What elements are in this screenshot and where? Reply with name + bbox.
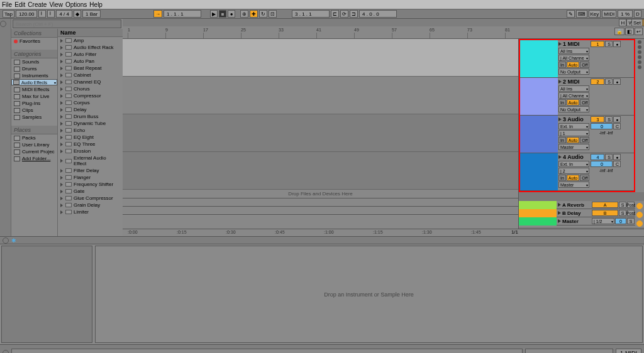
metronome-button[interactable]: ◆ xyxy=(74,10,81,18)
effect-amp[interactable]: Amp xyxy=(58,37,123,44)
category-samples[interactable]: Samples xyxy=(11,114,57,121)
status-icon[interactable] xyxy=(3,350,9,354)
io-toggle-2[interactable] xyxy=(636,212,643,218)
place-packs[interactable]: Packs xyxy=(11,134,57,141)
input-channel-select[interactable]: | 2 xyxy=(558,168,589,174)
category-drums[interactable]: Drums xyxy=(11,65,57,72)
effect-audio-effect-rack[interactable]: Audio Effect Rack xyxy=(58,44,123,51)
category-max-for-live[interactable]: Max for Live xyxy=(11,93,57,100)
automation-arm-button[interactable]: ✚ xyxy=(250,10,258,18)
track-fold-icon[interactable] xyxy=(558,117,562,121)
menu-edit[interactable]: Edit xyxy=(14,1,25,8)
output-select[interactable]: Master xyxy=(558,182,589,188)
arm-button[interactable]: ● xyxy=(613,79,621,85)
arm-button[interactable]: ● xyxy=(613,154,621,160)
overdub-button[interactable]: ⊕ xyxy=(240,10,248,18)
effect-auto-filter[interactable]: Auto Filter xyxy=(58,51,123,58)
category-plug-ins[interactable]: Plug-Ins xyxy=(11,100,57,107)
back-icon[interactable]: ↩ xyxy=(635,28,643,35)
effect-dynamic-tube[interactable]: Dynamic Tube xyxy=(58,120,123,127)
effect-flanger[interactable]: Flanger xyxy=(58,174,123,181)
effect-echo[interactable]: Echo xyxy=(58,127,123,134)
record-button[interactable]: ● xyxy=(228,10,235,18)
input-type-select[interactable]: Ext. In xyxy=(558,161,589,167)
search-input[interactable] xyxy=(13,19,121,28)
input-type-select[interactable]: Ext. In xyxy=(558,123,589,129)
timeline[interactable]: Drop Files and Devices Here xyxy=(123,39,519,229)
monitor-auto[interactable]: Auto xyxy=(567,62,579,68)
menu-help[interactable]: Help xyxy=(89,1,103,8)
quantize-field[interactable]: 1 Bar xyxy=(82,10,101,18)
device-drop-area[interactable]: Drop an Instrument or Sample Here xyxy=(95,246,643,343)
monitor-off[interactable]: Off xyxy=(580,175,589,181)
loop-button[interactable]: ⟳ xyxy=(340,10,348,18)
timesig-field[interactable]: 4 / 4 xyxy=(56,10,72,18)
loop-start-field[interactable]: 3 . 1 . 1 xyxy=(292,10,330,18)
arm-button[interactable]: ● xyxy=(613,116,621,122)
place-user-library[interactable]: User Library xyxy=(11,141,57,148)
name-column-header[interactable]: Name xyxy=(58,29,123,37)
h-button[interactable]: H xyxy=(619,19,626,26)
punch-in-button[interactable]: ⊏ xyxy=(331,10,339,18)
return-a[interactable]: A ReverbASPost xyxy=(519,201,635,209)
effect-channel-eq[interactable]: Channel EQ xyxy=(58,79,123,85)
monitor-auto[interactable]: Auto xyxy=(567,175,579,181)
punch-out-button[interactable]: ⊐ xyxy=(350,10,358,18)
effect-drum-buss[interactable]: Drum Buss xyxy=(58,113,123,120)
category-instruments[interactable]: Instruments xyxy=(11,72,57,79)
track-activator[interactable]: 4 xyxy=(591,154,604,160)
track-activator[interactable]: 1 xyxy=(591,41,604,47)
track-fold-icon[interactable] xyxy=(558,155,562,159)
return-b[interactable]: B DelayBSPost xyxy=(519,209,635,217)
effect-external-audio-effect[interactable]: External Audio Effect xyxy=(58,155,123,167)
track-2-midi[interactable]: 2 MIDIAll Ins| All ChanneInAutoOffNo Out… xyxy=(520,78,634,116)
position-field[interactable]: 1 . 1 . 1 xyxy=(164,10,201,18)
effect-grain-delay[interactable]: Grain Delay xyxy=(58,202,123,209)
effect-filter-delay[interactable]: Filter Delay xyxy=(58,167,123,174)
marker-icon[interactable]: ◧ xyxy=(625,28,634,35)
input-channel-select[interactable]: | All Channe xyxy=(558,92,589,99)
play-button[interactable]: ▶ xyxy=(210,10,218,18)
track-1-midi[interactable]: 1 MIDIAll Ins| All ChanneInAutoOffNo Out… xyxy=(520,40,634,78)
timeline-ruler[interactable]: 19172533414957657381 xyxy=(123,26,644,39)
key-map-button[interactable]: Key xyxy=(589,10,601,18)
status-track-label[interactable]: 1-MIDI xyxy=(616,349,641,354)
tempo-field[interactable]: 120.00 xyxy=(16,10,37,18)
solo-button[interactable]: S xyxy=(605,116,613,122)
track-4-audio[interactable]: 4 AudioExt. In| 2InAutoOffMaster4S●0C-in… xyxy=(520,153,634,191)
follow-button[interactable]: → xyxy=(153,10,162,18)
output-select[interactable]: Master xyxy=(558,144,589,150)
place-current-projec[interactable]: Current Projec xyxy=(11,148,57,155)
monitor-in[interactable]: In xyxy=(558,99,566,106)
monitor-off[interactable]: Off xyxy=(580,137,589,143)
input-type-select[interactable]: All Ins xyxy=(558,48,589,54)
effect-cabinet[interactable]: Cabinet xyxy=(58,72,123,79)
menu-view[interactable]: View xyxy=(49,1,63,8)
set-button[interactable]: Set xyxy=(631,19,643,26)
track-activator[interactable]: 3 xyxy=(591,116,604,122)
nudge-up-button[interactable]: ⠇ xyxy=(47,10,55,18)
effect-frequency-shifter[interactable]: Frequency Shifter xyxy=(58,181,123,188)
effect-gate[interactable]: Gate xyxy=(58,188,123,195)
browser-collapse-icon[interactable] xyxy=(0,21,6,27)
monitor-auto[interactable]: Auto xyxy=(567,99,579,106)
category-audio-effects[interactable]: Audio Effects xyxy=(11,79,57,85)
solo-button[interactable]: S xyxy=(605,41,613,47)
input-channel-select[interactable]: | All Channe xyxy=(558,55,589,61)
stop-button[interactable]: ■ xyxy=(219,10,226,18)
category-midi-effects[interactable]: MIDI Effects xyxy=(11,86,57,93)
draw-button[interactable]: ✎ xyxy=(567,10,575,18)
place-add-folder-[interactable]: Add Folder... xyxy=(11,155,57,162)
effect-chorus[interactable]: Chorus xyxy=(58,85,123,92)
effect-compressor[interactable]: Compressor xyxy=(58,92,123,99)
favorites-item[interactable]: Favorites xyxy=(11,38,57,45)
menu-options[interactable]: Options xyxy=(65,1,87,8)
monitor-off[interactable]: Off xyxy=(580,62,589,68)
effect-glue-compressor[interactable]: Glue Compressor xyxy=(58,195,123,202)
track-3-audio[interactable]: 3 AudioExt. In| 1InAutoOffMaster3S●0C-in… xyxy=(520,116,634,153)
io-toggle-3[interactable] xyxy=(636,220,643,227)
reenable-button[interactable]: ↻ xyxy=(259,10,267,18)
track-fold-icon[interactable] xyxy=(558,80,562,84)
menu-create[interactable]: Create xyxy=(28,1,47,8)
category-clips[interactable]: Clips xyxy=(11,107,57,114)
